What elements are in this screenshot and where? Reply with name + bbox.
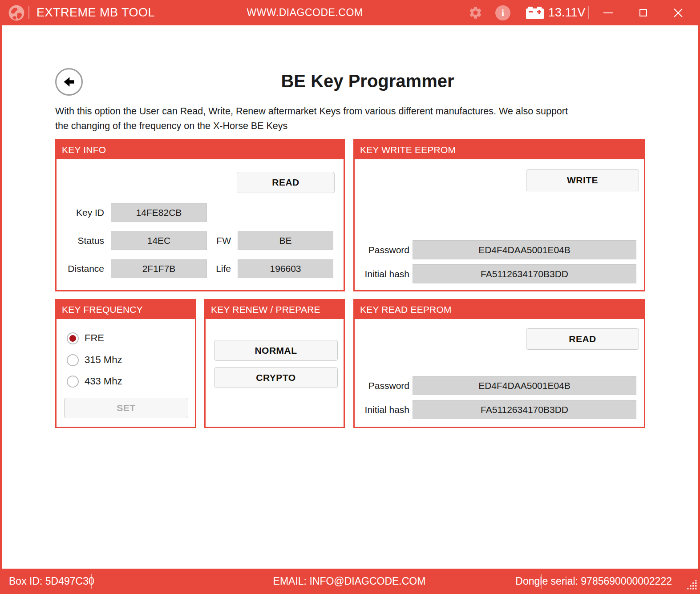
titlebar-separator xyxy=(588,6,589,19)
fw-value: BE xyxy=(238,231,333,250)
password-label: Password xyxy=(355,240,409,259)
battery-voltage: 13.11V xyxy=(548,0,586,25)
crypto-button[interactable]: CRYPTO xyxy=(214,367,338,388)
panel-title: KEY INFO xyxy=(57,141,344,159)
radio-circle xyxy=(67,332,79,344)
radio-label: FRE xyxy=(85,332,104,344)
battery-icon xyxy=(525,0,545,25)
key-id-value: 14FE82CB xyxy=(111,203,207,222)
panel-key-renew-prepare: KEY RENEW / PREPARE NORMAL CRYPTO xyxy=(204,299,345,428)
initial-hash-label: Initial hash xyxy=(355,400,409,419)
distance-label: Distance xyxy=(57,259,104,278)
radio-circle xyxy=(67,376,79,388)
password-value: ED4F4DAA5001E04B xyxy=(413,376,636,395)
radio-dot xyxy=(69,335,76,342)
radio-dot xyxy=(69,357,76,364)
set-button[interactable]: SET xyxy=(64,398,188,418)
box-id-text: Box ID: 5D497C30 xyxy=(9,569,94,594)
initial-hash-value: FA5112634170B3DD xyxy=(413,264,636,283)
key-id-label: Key ID xyxy=(57,203,104,222)
dongle-serial-text: Dongle serial: 9785690000002222 xyxy=(515,569,672,594)
password-label: Password xyxy=(355,376,409,395)
page-description: With this option the User can Read, Writ… xyxy=(55,104,647,133)
radio-label: 433 Mhz xyxy=(85,376,122,387)
website-link: WWW.DIAGCODE.COM xyxy=(247,0,363,25)
status-label: Status xyxy=(57,231,104,250)
panel-title: KEY RENEW / PREPARE xyxy=(206,300,344,319)
password-value: ED4F4DAA5001E04B xyxy=(413,240,636,259)
fw-label: FW xyxy=(208,231,231,250)
radio-label: 315 Mhz xyxy=(85,354,122,366)
key-write-write-button[interactable]: WRITE xyxy=(526,169,639,191)
statusbar: Box ID: 5D497C30 EMAIL: INFO@DIAGCODE.CO… xyxy=(0,569,700,594)
email-text: EMAIL: INFO@DIAGCODE.COM xyxy=(273,569,426,594)
app-title: EXTREME MB TOOL xyxy=(36,0,155,25)
globe-icon xyxy=(8,0,25,25)
initial-hash-label: Initial hash xyxy=(355,264,409,283)
maximize-button[interactable] xyxy=(633,0,653,25)
life-value: 196603 xyxy=(238,259,333,278)
distance-value: 2F1F7B xyxy=(111,259,207,278)
resize-grip[interactable] xyxy=(686,578,697,592)
back-arrow-icon xyxy=(60,73,78,91)
info-icon[interactable]: i xyxy=(493,0,513,25)
life-label: Life xyxy=(208,259,231,278)
initial-hash-value: FA5112634170B3DD xyxy=(413,400,636,419)
status-value: 14EC xyxy=(111,231,207,250)
panel-key-info: KEY INFO READ Key ID 14FE82CB Status 14E… xyxy=(55,139,345,291)
panel-title: KEY WRITE EEPROM xyxy=(355,141,644,159)
key-read-read-button[interactable]: READ xyxy=(526,328,639,350)
gear-icon[interactable] xyxy=(465,0,485,25)
radio-dot xyxy=(69,378,76,385)
titlebar: EXTREME MB TOOL WWW.DIAGCODE.COM i 13.11… xyxy=(0,0,700,25)
radio-option-315mhz[interactable]: 315 Mhz xyxy=(67,353,122,367)
minimize-button[interactable] xyxy=(598,0,618,25)
panel-key-write-eeprom: KEY WRITE EEPROM WRITE Password ED4F4DAA… xyxy=(353,139,645,291)
statusbar-separator xyxy=(91,574,92,589)
radio-option-433mhz[interactable]: 433 Mhz xyxy=(67,375,122,388)
close-button[interactable] xyxy=(668,0,688,25)
radio-circle xyxy=(67,354,79,366)
panel-title: KEY READ EEPROM xyxy=(355,300,644,319)
panel-title: KEY FREQUENCY xyxy=(57,300,195,319)
titlebar-separator xyxy=(28,6,29,19)
panel-key-frequency: KEY FREQUENCY FRE 315 Mhz 433 Mhz SET xyxy=(55,299,196,428)
key-info-read-button[interactable]: READ xyxy=(237,172,335,193)
panel-key-read-eeprom: KEY READ EEPROM READ Password ED4F4DAA50… xyxy=(353,299,645,428)
app-window: EXTREME MB TOOL WWW.DIAGCODE.COM i 13.11… xyxy=(0,0,700,594)
back-button[interactable] xyxy=(55,68,83,96)
normal-button[interactable]: NORMAL xyxy=(214,340,338,361)
radio-option-fre[interactable]: FRE xyxy=(67,331,104,345)
page-title: BE Key Programmer xyxy=(281,71,454,91)
